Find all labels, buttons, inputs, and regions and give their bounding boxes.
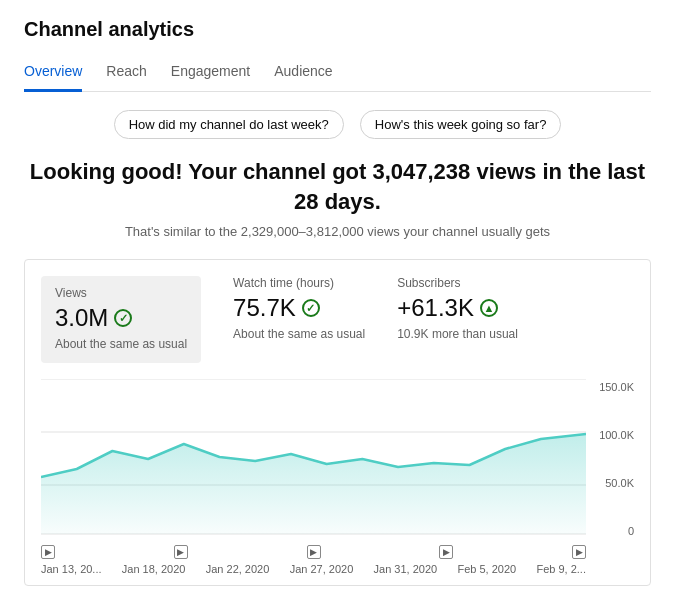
x-label-jan18: Jan 18, 2020 [122,563,186,575]
chart-svg [41,379,586,539]
stat-watch-time-label: Watch time (hours) [233,276,365,290]
last-week-button[interactable]: How did my channel do last week? [114,110,344,139]
tab-engagement[interactable]: Engagement [171,55,250,92]
x-label-feb5: Feb 5, 2020 [457,563,516,575]
headline-text: Looking good! Your channel got 3,047,238… [24,157,651,216]
tab-audience[interactable]: Audience [274,55,332,92]
y-label-100k: 100.0K [599,429,634,441]
y-label-150k: 150.0K [599,381,634,393]
stat-views-note: About the same as usual [55,336,187,353]
x-label-jan22: Jan 22, 2020 [206,563,270,575]
chart-area: 150.0K 100.0K 50.0K 0 [41,379,634,539]
stat-watch-time: Watch time (hours) 75.7K ✓ About the sam… [233,276,365,363]
tabs-nav: Overview Reach Engagement Audience [24,55,651,92]
video-marker-4[interactable]: ▶ [439,545,453,559]
tab-reach[interactable]: Reach [106,55,146,92]
stat-views: Views 3.0M ✓ About the same as usual [41,276,201,363]
x-label-feb9: Feb 9, 2... [536,563,586,575]
video-marker-5[interactable]: ▶ [572,545,586,559]
quick-questions-row: How did my channel do last week? How's t… [24,110,651,139]
x-axis-labels: Jan 13, 20... Jan 18, 2020 Jan 22, 2020 … [41,563,634,575]
page-container: Channel analytics Overview Reach Engagem… [0,0,675,594]
stat-subscribers: Subscribers +61.3K ▲ 10.9K more than usu… [397,276,518,363]
views-check-icon: ✓ [114,309,132,327]
video-markers-row: ▶ ▶ ▶ ▶ ▶ [41,545,634,559]
subheadline-text: That's similar to the 2,329,000–3,812,00… [24,224,651,239]
stats-chart-card: Views 3.0M ✓ About the same as usual Wat… [24,259,651,586]
stat-views-label: Views [55,286,187,300]
y-axis-labels: 150.0K 100.0K 50.0K 0 [586,379,634,539]
x-label-jan27: Jan 27, 2020 [290,563,354,575]
tab-overview[interactable]: Overview [24,55,82,92]
subscribers-arrow-icon: ▲ [480,299,498,317]
page-title: Channel analytics [24,18,651,41]
stat-subscribers-note: 10.9K more than usual [397,326,518,343]
stat-watch-time-note: About the same as usual [233,326,365,343]
video-marker-1[interactable]: ▶ [41,545,55,559]
stat-subscribers-label: Subscribers [397,276,518,290]
y-label-0: 0 [628,525,634,537]
stat-watch-time-value: 75.7K ✓ [233,294,365,322]
this-week-button[interactable]: How's this week going so far? [360,110,562,139]
y-label-50k: 50.0K [605,477,634,489]
x-label-jan13: Jan 13, 20... [41,563,102,575]
video-marker-2[interactable]: ▶ [174,545,188,559]
stat-views-value: 3.0M ✓ [55,304,187,332]
stats-row: Views 3.0M ✓ About the same as usual Wat… [41,276,634,363]
stat-subscribers-value: +61.3K ▲ [397,294,518,322]
watch-time-check-icon: ✓ [302,299,320,317]
video-marker-3[interactable]: ▶ [307,545,321,559]
x-label-jan31: Jan 31, 2020 [374,563,438,575]
